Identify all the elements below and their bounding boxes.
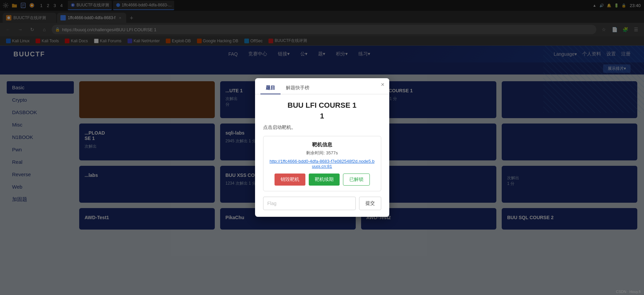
target-remaining-time: 剩余时间: 3577s: [269, 150, 376, 156]
already-solved-button[interactable]: 已解锁: [343, 174, 370, 186]
modal-challenge-title: BUU LFI COURSE 1: [263, 101, 381, 110]
destroy-target-button[interactable]: 销毁靶机: [275, 174, 305, 186]
modal-tab-question[interactable]: 题目: [260, 82, 281, 94]
extend-target-button[interactable]: 靶机续期: [309, 174, 340, 186]
modal-challenge-points: 1: [263, 112, 381, 120]
remaining-time-value: 3577s: [326, 150, 338, 155]
flag-submit-button[interactable]: 提交: [359, 197, 381, 210]
target-url[interactable]: http://1ffc4666-bdd0-4dfa-8683-f7e082548…: [269, 159, 376, 169]
modal-close-button[interactable]: ×: [381, 82, 385, 88]
modal-body: BUU LFI COURSE 1 1 点击启动靶机。 靶机信息 剩余时间: 35…: [255, 94, 389, 217]
target-info-title: 靶机信息: [269, 142, 376, 148]
modal-overlay[interactable]: 题目 解题快手榜 × BUU LFI COURSE 1 1 点击启动靶机。 靶机…: [0, 0, 644, 295]
target-info-box: 靶机信息 剩余时间: 3577s http://1ffc4666-bdd0-4d…: [263, 136, 381, 191]
remaining-time-label: 剩余时间:: [306, 150, 325, 155]
flag-input[interactable]: [263, 197, 356, 210]
target-buttons: 销毁靶机 靶机续期 已解锁: [269, 174, 376, 186]
modal-tab-leaderboard[interactable]: 解题快手榜: [281, 82, 315, 94]
modal-challenge-desc: 点击启动靶机。: [263, 125, 381, 131]
modal: 题目 解题快手榜 × BUU LFI COURSE 1 1 点击启动靶机。 靶机…: [255, 78, 389, 217]
flag-submit-area: 提交: [263, 197, 381, 210]
watermark: CSDN · Houy.fi: [616, 290, 641, 294]
modal-header: 题目 解题快手榜 ×: [255, 78, 389, 94]
